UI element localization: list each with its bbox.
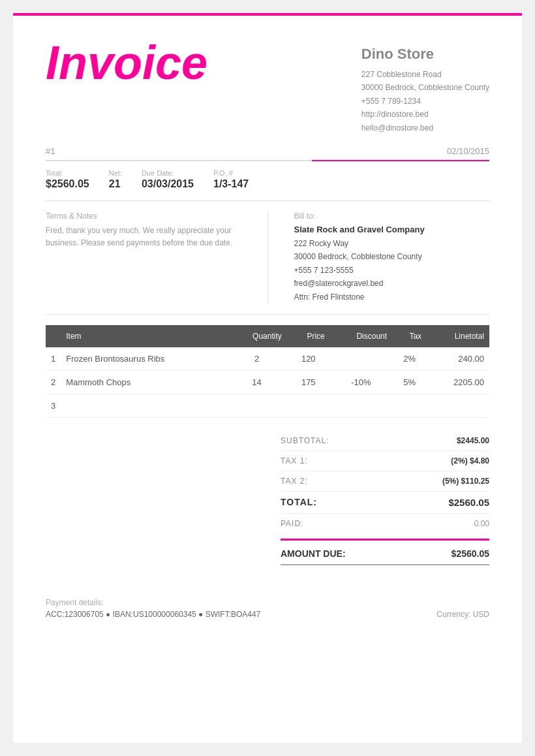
row-item-2 [61, 394, 226, 417]
payment-details-row: ACC:123006705 ● IBAN:US100000060345 ● SW… [46, 610, 489, 619]
row-num-0: 1 [46, 347, 61, 371]
row-linetotal-1: 2205.00 [427, 370, 489, 394]
bill-company: Slate Rock and Gravel Company [294, 225, 490, 234]
gray-divider [281, 564, 489, 565]
items-table: Item Quantity Price Discount Tax Linetot… [46, 325, 489, 418]
amount-due-value: $2560.05 [451, 548, 489, 559]
tax2-row: TAX 2: (5%) $110.25 [281, 471, 489, 492]
summary-table: SUBTOTAL: $2445.00 TAX 1: (2%) $4.80 TAX… [281, 431, 489, 565]
row-quantity-0: 2 [226, 347, 286, 371]
terms-label: Terms & Notes [46, 212, 241, 221]
middle-section: Terms & Notes Fred, thank you very much.… [46, 212, 489, 304]
row-item-1: Mammoth Chops [61, 370, 226, 394]
total-label: Total: [46, 169, 89, 177]
table-header: Item Quantity Price Discount Tax Linetot… [46, 325, 489, 347]
meta-divider [46, 160, 489, 161]
col-quantity-header: Quantity [226, 325, 286, 347]
company-address1: 227 Cobblestone Road [361, 68, 489, 81]
terms-section: Terms & Notes Fred, thank you very much.… [46, 212, 268, 304]
amount-due-label: AMOUNT DUE: [281, 548, 346, 559]
row-tax-0: 2% [392, 347, 427, 371]
paid-value: 0.00 [474, 519, 489, 528]
total-value: $2560.05 [46, 178, 89, 190]
company-name: Dino Store [361, 46, 489, 63]
company-phone: +555 7 789-1234 [361, 95, 489, 108]
due-date-label: Due Date: [142, 169, 194, 177]
row-tax-2 [392, 394, 427, 417]
bill-attn: Attn: Fred Flintstone [294, 291, 490, 304]
terms-text: Fred, thank you very much. We really app… [46, 225, 241, 249]
tax1-value: (2%) $4.80 [451, 456, 489, 465]
tax2-label: TAX 2: [281, 477, 308, 486]
paid-label: PAID: [281, 519, 303, 528]
total-field: Total: $2560.05 [46, 169, 89, 190]
bill-email: fred@slaterockgravel.bed [294, 277, 490, 290]
bill-to-label: Bill to: [294, 212, 490, 221]
company-website: http://dinostore.bed [361, 108, 489, 121]
top-border [13, 13, 522, 16]
row-tax-1: 5% [392, 370, 427, 394]
summary-section: SUBTOTAL: $2445.00 TAX 1: (2%) $4.80 TAX… [46, 431, 489, 565]
invoice-number: #1 [46, 146, 55, 156]
company-address2: 30000 Bedrock, Cobblestone County [361, 81, 489, 94]
po-value: 1/3-147 [213, 178, 249, 190]
bill-to-section: Bill to: Slate Rock and Gravel Company 2… [268, 212, 490, 304]
subtotal-label: SUBTOTAL: [281, 436, 329, 445]
row-item-0: Frozen Brontosaurus Ribs [61, 347, 226, 371]
row-linetotal-2 [427, 394, 489, 417]
table-row: 3 [46, 394, 489, 417]
pink-divider [281, 539, 489, 541]
bill-address1: 222 Rocky Way [294, 237, 490, 250]
row-price-1: 175 [287, 370, 330, 394]
row-quantity-2 [226, 394, 286, 417]
net-value: 21 [109, 178, 122, 190]
currency-label: Currency: USD [436, 610, 489, 619]
invoice-page: Invoice Dino Store 227 Cobblestone Road … [13, 13, 522, 743]
col-linetotal-header: Linetotal [427, 325, 489, 347]
col-item-header: Item [61, 325, 226, 347]
po-label: P.O. # [213, 169, 249, 177]
row-quantity-1: 14 [226, 370, 286, 394]
subtotal-value: $2445.00 [457, 436, 489, 445]
row-num-2: 3 [46, 394, 61, 417]
paid-row: PAID: 0.00 [281, 514, 489, 533]
col-price-header: Price [287, 325, 330, 347]
invoice-meta: #1 02/10/2015 [46, 141, 489, 156]
po-field: P.O. # 1/3-147 [213, 169, 249, 190]
col-discount-header: Discount [330, 325, 392, 347]
table-body: 1 Frozen Brontosaurus Ribs 2 120 2% 240.… [46, 347, 489, 418]
bill-address2: 30000 Bedrock, Cobblestone County [294, 250, 490, 263]
section-divider-1 [46, 200, 489, 201]
net-label: Net: [109, 169, 122, 177]
col-tax-header: Tax [392, 325, 427, 347]
payment-details: ACC:123006705 ● IBAN:US100000060345 ● SW… [46, 610, 260, 619]
col-num-header [46, 325, 61, 347]
row-linetotal-0: 240.00 [427, 347, 489, 371]
summary-total-value: $2560.05 [448, 497, 489, 508]
totals-row: Total: $2560.05 Net: 21 Due Date: 03/03/… [46, 169, 489, 190]
row-price-2 [287, 394, 330, 417]
invoice-date: 02/10/2015 [447, 146, 489, 156]
summary-total-label: TOTAL: [281, 497, 317, 508]
row-price-0: 120 [287, 347, 330, 371]
table-row: 2 Mammoth Chops 14 175 -10% 5% 2205.00 [46, 370, 489, 394]
tax2-value: (5%) $110.25 [442, 477, 489, 486]
company-details: 227 Cobblestone Road 30000 Bedrock, Cobb… [361, 68, 489, 134]
row-discount-1: -10% [330, 370, 392, 394]
bill-details: 222 Rocky Way 30000 Bedrock, Cobblestone… [294, 237, 490, 304]
bill-phone: +555 7 123-5555 [294, 264, 490, 277]
amount-due-row: AMOUNT DUE: $2560.05 [281, 543, 489, 561]
net-field: Net: 21 [109, 169, 122, 190]
total-row: TOTAL: $2560.05 [281, 492, 489, 514]
company-email: hello@dinostore.bed [361, 121, 489, 134]
company-info: Dino Store 227 Cobblestone Road 30000 Be… [361, 39, 489, 134]
due-date-value: 03/03/2015 [142, 178, 194, 190]
row-discount-2 [330, 394, 392, 417]
due-date-field: Due Date: 03/03/2015 [142, 169, 194, 190]
row-discount-0 [330, 347, 392, 371]
table-row: 1 Frozen Brontosaurus Ribs 2 120 2% 240.… [46, 347, 489, 371]
tax1-row: TAX 1: (2%) $4.80 [281, 451, 489, 471]
section-divider-2 [46, 314, 489, 315]
header: Invoice Dino Store 227 Cobblestone Road … [46, 39, 489, 134]
invoice-title: Invoice [46, 39, 207, 86]
